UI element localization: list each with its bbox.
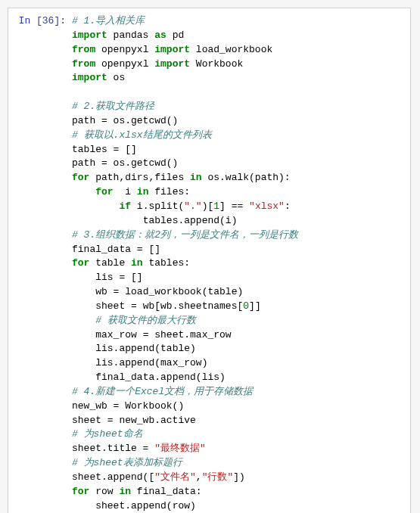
t: i	[114, 186, 137, 197]
t: files:	[148, 186, 190, 197]
t: ]]	[249, 300, 261, 312]
kw-in: in	[119, 486, 131, 497]
kw-for: for	[72, 257, 89, 269]
t: sheet.append(row)	[95, 500, 196, 511]
kw-from: from	[72, 44, 95, 55]
t: sheet.append([	[72, 471, 154, 483]
kw-import: import	[154, 44, 190, 55]
t: tables = []	[72, 144, 137, 155]
kw-import: import	[154, 58, 190, 70]
kw-in: in	[137, 186, 149, 197]
t: row	[89, 486, 119, 497]
t: final_data = []	[72, 244, 160, 255]
num: 0	[243, 300, 249, 312]
t: os	[107, 72, 125, 83]
num: 1	[213, 201, 219, 212]
comment: # 2.获取文件路径	[72, 101, 154, 112]
kw-for: for	[72, 172, 89, 183]
t: final_data:	[131, 486, 202, 497]
kw-for: for	[72, 486, 89, 497]
kw-from: from	[72, 58, 95, 70]
t: lis.append(table)	[95, 343, 196, 354]
kw-for: for	[95, 186, 113, 197]
t: lis.append(max_row)	[95, 357, 207, 368]
t: ,	[196, 471, 202, 483]
kw-import: import	[72, 72, 107, 83]
t: i.split(	[131, 201, 184, 212]
t: sheet = new_wb.active	[72, 415, 196, 426]
t: lis = []	[95, 272, 142, 283]
t: max_row = sheet.max_row	[95, 329, 231, 340]
code-area[interactable]: # 1.导入相关库 import pandas as pd from openp…	[69, 8, 410, 513]
t: pd	[166, 30, 184, 41]
kw-if: if	[119, 201, 131, 212]
kw-in: in	[131, 257, 143, 269]
t: ] ==	[219, 201, 249, 212]
t: load_workbook	[190, 44, 272, 55]
comment: # 为sheet表添加标题行	[72, 457, 182, 468]
t: )[	[202, 201, 214, 212]
t: :	[285, 201, 291, 212]
kw-in: in	[190, 172, 202, 183]
t: Workbook	[190, 58, 243, 70]
t: new_wb = Workbook()	[72, 400, 184, 412]
str: "."	[184, 201, 201, 212]
t: pandas	[107, 30, 154, 41]
comment: # 1.导入相关库	[72, 15, 145, 26]
code-cell: In [36]: # 1.导入相关库 import pandas as pd f…	[8, 8, 411, 513]
t: path,dirs,files	[89, 172, 190, 183]
t: tables.append(i)	[143, 215, 238, 226]
comment: # 获取文件的最大行数	[95, 315, 196, 326]
comment: # 为sheet命名	[72, 428, 143, 440]
comment: # 获取以.xlsx结尾的文件列表	[72, 129, 212, 141]
t: sheet.title =	[72, 443, 154, 454]
t: openpyxl	[95, 44, 154, 55]
str: "文件名"	[154, 471, 196, 483]
str: "最终数据"	[154, 443, 206, 454]
str: "xlsx"	[249, 201, 285, 212]
str: "行数"	[202, 471, 234, 483]
kw-import: import	[72, 30, 107, 41]
t: sheet = wb[wb.sheetnames[	[95, 300, 243, 312]
t: os.walk(path):	[202, 172, 291, 183]
t: path = os.getcwd()	[72, 157, 178, 169]
t: ])	[233, 471, 245, 483]
kw-as: as	[154, 30, 166, 41]
comment: # 3.组织数据：就2列，一列是文件名，一列是行数	[72, 229, 298, 241]
input-prompt: In [36]:	[8, 8, 69, 513]
comment: # 4.新建一个Excel文档，用于存储数据	[72, 386, 253, 397]
t: wb = load_workbook(table)	[95, 286, 243, 297]
t: final_data.append(lis)	[95, 372, 226, 383]
t: tables:	[143, 257, 190, 269]
t: path = os.getcwd()	[72, 115, 178, 126]
t: openpyxl	[95, 58, 154, 70]
t: table	[89, 257, 131, 269]
